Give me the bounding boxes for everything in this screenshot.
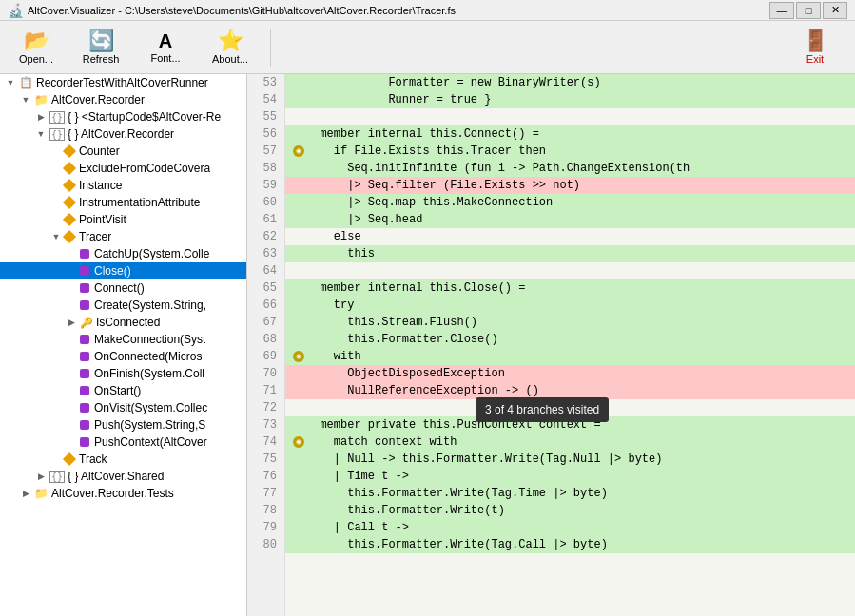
expand-arrow-make-connection[interactable] [65,333,78,346]
sidebar-item-on-connected[interactable]: OnConnected(Micros [0,348,246,365]
expand-arrow-exclude-from-coverage[interactable] [49,162,63,175]
code-line-69: ◉ with [285,348,855,365]
sidebar-item-on-finish[interactable]: OnFinish(System.Coll [0,365,246,382]
title-bar-text: AltCover.Visualizer - C:\Users\steve\Doc… [28,5,769,16]
sidebar-item-push-context[interactable]: PushContext(AltCover [0,433,246,451]
item-text-close: Close() [94,264,131,278]
branch-tooltip: 3 of 4 branches visited [476,397,609,422]
expand-arrow-close[interactable] [65,264,78,278]
sidebar-item-altcover-recorder[interactable]: ▼📁AltCover.Recorder [0,91,246,108]
sidebar-item-startup-code[interactable]: ▶{}{ } <StartupCode$AltCover-Re [0,108,246,125]
line-number-58: 58 [255,160,277,177]
item-text-on-visit: OnVisit(System.Collec [94,401,207,414]
about-button[interactable]: ⭐ About... [202,25,259,70]
expand-arrow-on-visit[interactable] [65,401,78,414]
line-number-62: 62 [255,228,277,245]
expand-arrow-counter[interactable] [49,144,63,158]
expand-arrow-point-visit[interactable] [49,213,63,226]
sidebar-item-tracer[interactable]: ▼Tracer [0,228,246,245]
sidebar-item-create[interactable]: Create(System.String, [0,297,246,314]
item-icon-make-connection [80,335,89,344]
title-bar: 🔬 AltCover.Visualizer - C:\Users\steve\D… [0,0,855,21]
expand-arrow-create[interactable] [65,298,78,312]
exit-icon: 🚪 [803,30,828,51]
expand-arrow-startup-code[interactable]: ▶ [34,110,48,124]
open-button[interactable]: 📂 Open... [8,25,65,70]
line-number-64: 64 [255,262,277,279]
item-text-altcover-shared: { } AltCover.Shared [68,470,164,483]
code-line-68: this.Formatter.Close() [285,331,855,348]
code-content: 5354555657585960616263646566676869707172… [247,74,855,616]
sidebar[interactable]: ▼📋RecorderTestWithAltCoverRunner▼📁AltCov… [0,74,247,616]
sidebar-item-point-visit[interactable]: PointVisit [0,211,246,228]
sidebar-item-catchup[interactable]: CatchUp(System.Colle [0,245,246,262]
item-text-point-visit: PointVisit [79,213,126,226]
sidebar-item-altcover-recorder-ns[interactable]: ▼{}{ } AltCover.Recorder [0,125,246,143]
expand-arrow-instance[interactable] [49,179,63,192]
code-line-78: this.Formatter.Write(t) [285,502,855,519]
code-line-66: try [285,297,855,314]
about-icon: ⭐ [218,30,243,51]
expand-arrow-recorder-test[interactable]: ▼ [4,76,17,89]
sidebar-item-push[interactable]: Push(System.String,S [0,416,246,433]
item-icon-connect [80,283,89,293]
expand-arrow-altcover-shared[interactable]: ▶ [34,470,48,483]
sidebar-item-make-connection[interactable]: MakeConnection(Syst [0,331,246,348]
item-icon-counter [63,144,76,158]
item-text-track: Track [79,452,107,466]
item-icon-close [80,266,89,276]
refresh-button[interactable]: 🔄 Refresh [72,25,129,70]
code-line-74: ◉ match context with [285,433,855,451]
maximize-button[interactable]: □ [796,2,821,19]
sidebar-item-instance[interactable]: Instance [0,177,246,194]
item-icon-altcover-shared: {} [49,471,65,483]
sidebar-item-instrumentation-attr[interactable]: InstrumentationAttribute [0,194,246,211]
main-content: ▼📋RecorderTestWithAltCoverRunner▼📁AltCov… [0,74,855,616]
sidebar-item-close[interactable]: Close() [0,262,246,279]
expand-arrow-push[interactable] [65,418,78,432]
expand-arrow-on-connected[interactable] [65,350,78,363]
expand-arrow-on-start[interactable] [65,384,78,397]
code-line-59: |> Seq.filter (File.Exists >> not) [285,177,855,194]
line-number-56: 56 [255,125,277,143]
minimize-button[interactable]: — [769,2,794,19]
item-text-is-connected: IsConnected [96,316,160,329]
item-text-instance: Instance [79,179,122,192]
close-window-button[interactable]: ✕ [823,2,847,19]
expand-arrow-tracer[interactable]: ▼ [49,230,63,243]
sidebar-item-counter[interactable]: Counter [0,143,246,160]
font-button[interactable]: A Font... [137,25,194,70]
item-icon-instrumentation-attr [63,196,76,209]
sidebar-item-connect[interactable]: Connect() [0,279,246,297]
expand-arrow-catchup[interactable] [65,247,78,260]
expand-arrow-altcover-recorder[interactable]: ▼ [19,93,32,106]
open-icon: 📂 [24,30,49,51]
sidebar-item-is-connected[interactable]: ▶🔑IsConnected [0,314,246,331]
sidebar-item-on-start[interactable]: OnStart() [0,382,246,399]
expand-arrow-altcover-recorder-ns[interactable]: ▼ [34,127,48,141]
code-line-76: | Time t -> [285,468,855,485]
expand-arrow-is-connected[interactable]: ▶ [65,316,78,329]
exit-label: Exit [806,53,824,65]
sidebar-item-track[interactable]: Track [0,451,246,468]
expand-arrow-altcover-recorder-tests[interactable]: ▶ [19,487,32,500]
code-line-80: this.Formatter.Write(Tag.Call |> byte) [285,536,855,553]
expand-arrow-instrumentation-attr[interactable] [49,196,63,209]
expand-arrow-on-finish[interactable] [65,367,78,380]
sidebar-item-exclude-from-coverage[interactable]: ExcludeFromCodeCovera [0,160,246,177]
expand-arrow-track[interactable] [49,452,63,466]
item-icon-create [80,300,89,310]
expand-arrow-connect[interactable] [65,281,78,295]
sidebar-item-recorder-test[interactable]: ▼📋RecorderTestWithAltCoverRunner [0,74,246,91]
exit-button[interactable]: 🚪 Exit [787,25,844,70]
code-line-57: ◉ if File.Exists this.Tracer then [285,143,855,160]
sidebar-item-on-visit[interactable]: OnVisit(System.Collec [0,399,246,416]
sidebar-item-altcover-shared[interactable]: ▶{}{ } AltCover.Shared [0,468,246,485]
code-line-62: else [285,228,855,245]
sidebar-item-altcover-recorder-tests[interactable]: ▶📁AltCover.Recorder.Tests [0,485,246,502]
code-line-77: this.Formatter.Write(Tag.Time |> byte) [285,485,855,502]
expand-arrow-push-context[interactable] [65,435,78,449]
line-number-69: 69 [255,348,277,365]
code-line-79: | Call t -> [285,519,855,536]
item-text-on-connected: OnConnected(Micros [94,350,202,363]
